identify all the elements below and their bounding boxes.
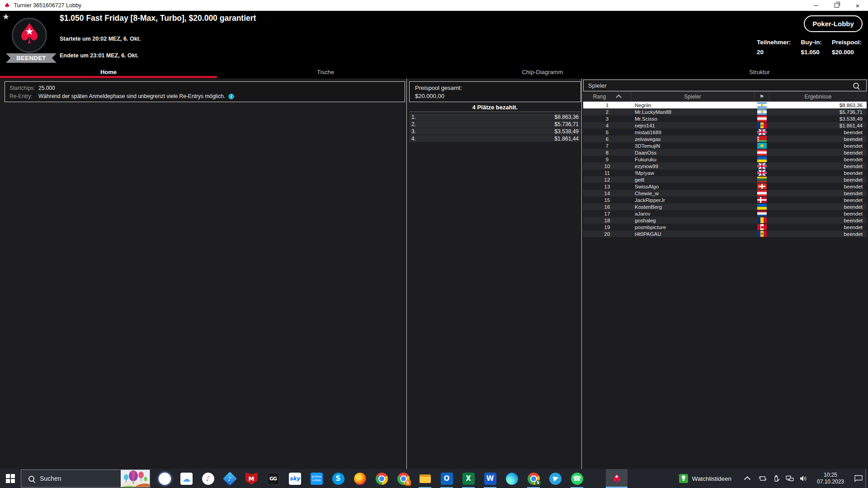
flag-lithuania: [757, 177, 767, 183]
taskbar-app-itunes[interactable]: ♪: [197, 469, 219, 488]
player-row-13[interactable]: 13SwissAlgobeendet: [583, 183, 867, 190]
taskbar-app-chrome-profile[interactable]: S: [523, 469, 544, 488]
player-row-11[interactable]: 11!Mp!yawbeendet: [583, 169, 867, 176]
player-name: KostenBerg: [631, 204, 755, 210]
taskbar-app-outlook[interactable]: O: [436, 469, 458, 488]
taskbar-app-excel[interactable]: X: [458, 469, 479, 488]
tournament-title: $1.050 Fast Friday [8-Max, Turbo], $20.0…: [60, 14, 256, 23]
show-desktop-button[interactable]: [865, 469, 868, 488]
taskbar-search[interactable]: Suchen: [21, 469, 150, 488]
player-name: Fukuruku: [631, 157, 755, 162]
player-result: $1.861,44: [769, 123, 867, 128]
close-button[interactable]: ×: [847, 0, 868, 11]
tab-label: Struktur: [749, 69, 770, 75]
player-row-17[interactable]: 17aJarovbeendet: [583, 210, 867, 217]
weather-balloons-image[interactable]: [121, 470, 150, 487]
taskbar-app-word[interactable]: W: [479, 469, 501, 488]
taskbar-app-telegram[interactable]: [544, 469, 566, 488]
player-row-20[interactable]: 20t4t0PAGAUbeendet: [583, 230, 867, 237]
tab-struktur[interactable]: Struktur: [651, 66, 868, 78]
player-row-14[interactable]: 14Chewie_wbeendet: [583, 190, 867, 197]
player-row-7[interactable]: 73DTemujiNbeendet: [583, 142, 867, 149]
hidden-icons-chevron[interactable]: [744, 476, 750, 483]
info-icon[interactable]: i: [228, 94, 234, 99]
player-name: goshaleg: [631, 218, 755, 223]
taskbar-app-music-diamond[interactable]: ♪: [219, 469, 241, 488]
player-flag: [755, 224, 769, 230]
flag-cross: [757, 131, 767, 133]
player-row-18[interactable]: 18goshalegbeendet: [583, 217, 867, 224]
player-row-3[interactable]: 3Mr.Scisso$3.538,49: [583, 115, 867, 122]
player-name: aJarov: [631, 211, 755, 216]
action-center-icon[interactable]: [852, 469, 865, 488]
stat-value: 20: [757, 49, 791, 56]
network-icon[interactable]: [785, 469, 795, 488]
player-row-15[interactable]: 15JackRipperJrbeendet: [583, 197, 867, 203]
taskbar-app-chrome-s[interactable]: S: [392, 469, 414, 488]
taskbar-app-pokerstars[interactable]: ♠★: [606, 469, 627, 488]
tab-home[interactable]: Home: [0, 66, 217, 78]
player-row-10[interactable]: 10ezynow99beendet: [583, 163, 867, 169]
column-header-rank[interactable]: Rang: [583, 92, 631, 101]
taskbar-app-firefox[interactable]: [349, 469, 371, 488]
start-button[interactable]: [0, 469, 21, 488]
flag-stripe: [757, 194, 767, 196]
flag-body: [759, 136, 767, 142]
players-search-box[interactable]: Spieler: [583, 80, 867, 91]
flag-stripe: [757, 120, 767, 122]
player-row-12[interactable]: 12getllbeendet: [583, 176, 867, 183]
tab-tische[interactable]: Tische: [217, 66, 434, 78]
prize-place: 3.: [411, 128, 416, 135]
taskbar-app-chrome[interactable]: [371, 469, 392, 488]
search-icon[interactable]: [853, 83, 859, 89]
player-row-19[interactable]: 19posmbpicturebeendet: [583, 224, 867, 230]
prize-row: 4.$1.861,44: [409, 135, 581, 142]
chrome-icon: [376, 473, 388, 485]
tab-chip-diagramm[interactable]: Chip-Diagramm: [434, 66, 651, 78]
flag-stripe: [764, 122, 767, 128]
taskbar-app-prime-video[interactable]: prime video: [306, 469, 327, 488]
player-row-6[interactable]: 6zelvavegasbeendet: [583, 136, 867, 142]
player-row-9[interactable]: 9Fukurukubeendet: [583, 156, 867, 163]
player-row-2[interactable]: 2Mr.LuckyMan88$5.736,71: [583, 108, 867, 115]
player-row-8[interactable]: 8DaanOssbeendet: [583, 149, 867, 156]
taskbar-app-file-explorer[interactable]: [414, 469, 436, 488]
player-result: beendet: [769, 130, 867, 135]
icloud-icon: ☁: [180, 473, 193, 485]
stat-value: $1.050: [801, 49, 822, 56]
flag-austria: [757, 116, 767, 122]
volume-icon[interactable]: [798, 469, 808, 488]
taskbar-app-mcafee[interactable]: M: [241, 469, 262, 488]
usb-device-icon[interactable]: [771, 469, 781, 488]
player-row-1[interactable]: 1Negriin$8.863,36: [583, 102, 867, 108]
word-icon: W: [484, 473, 496, 485]
taskbar-clock[interactable]: 10:25 07.10.2023: [814, 472, 847, 485]
prizepool-total-label: Preispool gesamt:: [415, 84, 575, 92]
restore-button[interactable]: [826, 0, 847, 11]
column-header-results[interactable]: Ergebnisse: [769, 92, 867, 101]
taskbar-app-icloud[interactable]: ☁: [175, 469, 197, 488]
player-row-4[interactable]: 4nejro141$1.861,44: [583, 122, 867, 129]
taskbar-app-ggpoker[interactable]: GG: [262, 469, 284, 488]
player-row-16[interactable]: 16KostenBergbeendet: [583, 203, 867, 210]
taskbar-app-sky[interactable]: sky: [284, 469, 306, 488]
player-result: beendet: [769, 184, 867, 189]
minimize-button[interactable]: [806, 0, 826, 11]
flag-stripe: [757, 106, 767, 108]
display-sync-icon[interactable]: [758, 469, 768, 488]
prize-list: 1.$8.863,362.$5.736,713.$3.538,494.$1.86…: [409, 113, 581, 142]
column-header-player[interactable]: Spieler: [631, 92, 755, 101]
taskbar-app-signal[interactable]: [154, 469, 175, 488]
column-header-flag[interactable]: ⚑: [755, 92, 769, 101]
taskbar-app-edge[interactable]: [501, 469, 523, 488]
favorite-star-icon[interactable]: ★: [2, 12, 9, 21]
file-explorer-icon: [419, 473, 431, 485]
player-row-5[interactable]: 5mistati1689beendet: [583, 129, 867, 136]
profile-badge: S: [405, 480, 411, 486]
taskbar-app-skype[interactable]: S: [327, 469, 349, 488]
flag-emblem: [761, 226, 764, 229]
player-name: SwissAlgo: [631, 184, 755, 189]
poker-lobby-button[interactable]: Poker-Lobby: [804, 15, 863, 32]
taskbar-app-whatsapp[interactable]: ☎: [566, 469, 588, 488]
watchlist-notification[interactable]: Watchlistideen: [679, 474, 731, 483]
